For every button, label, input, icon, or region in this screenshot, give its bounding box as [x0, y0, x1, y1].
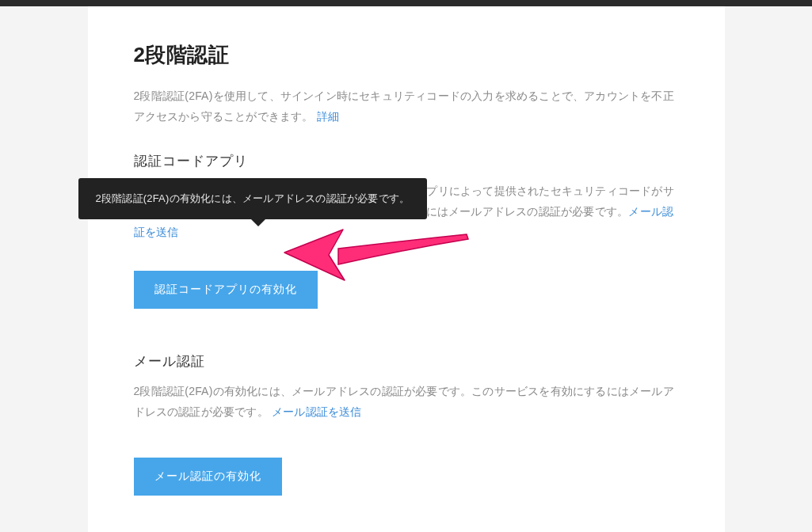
authenticator-app-link[interactable]: 認証コードアプリ [224, 184, 315, 197]
enable-email-auth-button[interactable]: メール認証の有効化 [134, 458, 282, 496]
email-auth-desc: 2段階認証(2FA)の有効化には、メールアドレスの認証が必要です。このサービスを… [134, 382, 679, 423]
email-desc-copy: 2段階認証(2FA)の有効化には、メールアドレスの認証が必要です。このサービスを… [134, 385, 674, 418]
page-wrap: 2段階認証 2段階認証(2FA)を使用して、サインイン時にセキュリティコードの入… [0, 6, 812, 532]
email-auth-button-row: メール認証の有効化 [134, 458, 679, 496]
enable-authenticator-app-button[interactable]: 認証コードアプリの有効化 [134, 271, 318, 309]
authenticator-app-title: 認証コードアプリ [134, 153, 679, 170]
authenticator-app-desc: 2段階認証(2FA)に認証コードアプリを使用すると、このアプリによって提供された… [134, 181, 679, 243]
send-email-verification-link-2[interactable]: メール認証を送信 [272, 405, 362, 418]
app-desc-prefix: 2段階認証(2FA)に [134, 184, 224, 197]
email-auth-title: メール認証 [134, 353, 679, 370]
page-title: 2段階認証 [134, 41, 679, 69]
top-bar [0, 0, 812, 6]
intro-copy: 2段階認証(2FA)を使用して、サインイン時にセキュリティコードの入力を求めるこ… [134, 89, 674, 123]
authenticator-app-button-row: 認証コードアプリの有効化 [134, 271, 679, 309]
settings-card: 2段階認証 2段階認証(2FA)を使用して、サインイン時にセキュリティコードの入… [88, 6, 725, 532]
email-auth-section: メール認証 2段階認証(2FA)の有効化には、メールアドレスの認証が必要です。こ… [134, 353, 679, 496]
intro-text: 2段階認証(2FA)を使用して、サインイン時にセキュリティコードの入力を求めるこ… [134, 86, 679, 127]
authenticator-app-section: 認証コードアプリ 2段階認証(2FA)に認証コードアプリを使用すると、このアプリ… [134, 153, 679, 310]
learn-more-link[interactable]: 詳細 [317, 110, 339, 123]
